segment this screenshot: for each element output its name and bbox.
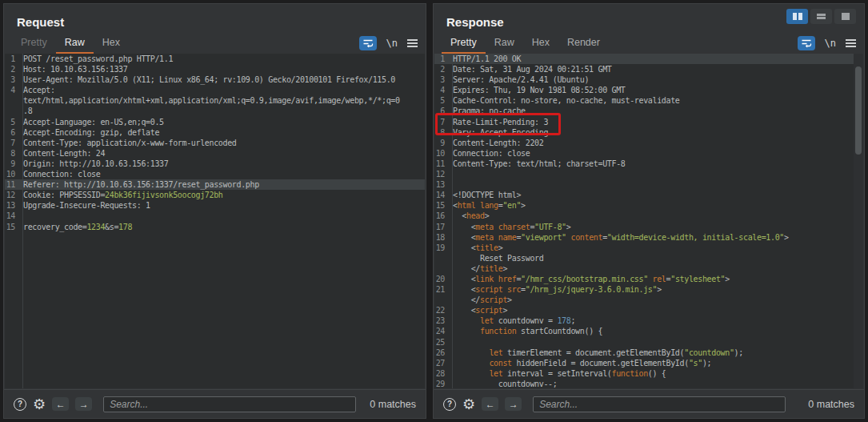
line-content: <script src="/hrm_js/jquery-3.6.0.min.js… — [448, 284, 662, 295]
line-number: 2 — [434, 64, 448, 74]
code-line[interactable]: 26 let timerElement = document.getElemen… — [434, 348, 863, 358]
code-line[interactable]: 6Accept-Encoding: gzip, deflate — [5, 127, 425, 138]
code-line[interactable]: 29 countdownv--; — [434, 379, 863, 388]
line-content: Server: Apache/2.4.41 (Ubuntu) — [448, 74, 589, 85]
tab-hex[interactable]: Hex — [94, 34, 129, 54]
request-search-input[interactable] — [103, 396, 356, 412]
word-wrap-toggle-icon[interactable] — [359, 36, 377, 50]
line-number: 3 — [5, 74, 18, 85]
line-content: Expires: Thu, 19 Nov 1981 08:52:00 GMT — [448, 85, 625, 95]
code-line[interactable]: 22 <script> — [434, 305, 863, 315]
single-layout-button[interactable] — [834, 9, 856, 24]
vertical-scrollbar[interactable] — [854, 54, 863, 388]
line-number — [5, 106, 18, 116]
scrollbar-thumb[interactable] — [855, 66, 862, 155]
word-wrap-toggle-icon[interactable] — [798, 36, 815, 50]
code-line[interactable]: 1HTTP/1.1 200 OK — [434, 54, 863, 64]
response-match-count: 0 matches — [808, 399, 854, 410]
code-line[interactable]: 16 <head> — [434, 211, 863, 221]
newline-toggle[interactable]: \n — [825, 38, 836, 49]
editor-menu-icon[interactable] — [407, 39, 418, 47]
search-settings-gear-icon[interactable]: ⚙ — [33, 397, 46, 412]
newline-toggle[interactable]: \n — [386, 38, 398, 49]
code-line[interactable]: 4Expires: Thu, 19 Nov 1981 08:52:00 GMT — [434, 85, 863, 95]
code-line[interactable]: 15<html lang="en"> — [434, 200, 863, 211]
code-line[interactable]: 12Cookie: PHPSESSID=24bk36fijivsonk5ooco… — [5, 190, 425, 200]
code-line[interactable]: 28 let interval = setInterval(function()… — [434, 368, 863, 379]
code-line[interactable]: 9Content-Length: 2202 — [434, 138, 863, 148]
help-icon[interactable]: ? — [443, 398, 456, 411]
code-line[interactable]: 12 — [434, 169, 863, 179]
code-line[interactable]: 27 const hiddenField = document.getEleme… — [434, 358, 863, 368]
request-editor-toolbar: \n — [359, 34, 418, 52]
code-line[interactable]: </script> — [434, 295, 863, 305]
code-line[interactable]: 11Content-Type: text/html; charset=UTF-8 — [434, 159, 863, 169]
code-line[interactable]: 13Upgrade-Insecure-Requests: 1 — [5, 200, 425, 211]
tab-raw[interactable]: Raw — [486, 34, 523, 54]
code-line[interactable]: 6Pragma: no-cache — [434, 106, 863, 116]
help-icon[interactable]: ? — [14, 398, 26, 411]
tab-pretty[interactable]: Pretty — [442, 34, 486, 54]
line-number: 8 — [5, 148, 18, 159]
code-line[interactable]: 2Host: 10.10.63.156:1337 — [5, 64, 425, 74]
code-line[interactable]: 4Accept: — [5, 85, 425, 95]
line-content: Pragma: no-cache — [448, 106, 526, 116]
line-content: Cookie: PHPSESSID=24bk36fijivsonk5oocogj… — [18, 190, 223, 200]
previous-match-button[interactable]: ← — [482, 397, 498, 411]
code-line[interactable]: 5Cache-Control: no-store, no-cache, must… — [434, 95, 863, 106]
previous-match-button[interactable]: ← — [52, 397, 69, 411]
line-number: 21 — [434, 284, 448, 295]
code-line[interactable]: 20 <link href="/hmr_css/bootstrap.min.cs… — [434, 274, 863, 284]
code-line[interactable]: 14<!DOCTYPE html> — [434, 190, 863, 200]
line-content: User-Agent: Mozilla/5.0 (X11; Linux x86_… — [18, 74, 395, 85]
line-content: Connection: close — [18, 169, 100, 179]
code-line[interactable]: 15recovery_code=1234&s=178 — [5, 222, 425, 232]
request-editor[interactable]: 1POST /reset_password.php HTTP/1.12Host:… — [5, 54, 425, 388]
code-line[interactable]: Reset Password — [434, 253, 863, 263]
code-line[interactable]: 23 let countdownv = 178; — [434, 315, 863, 326]
tab-pretty[interactable]: Pretty — [12, 34, 56, 54]
response-editor[interactable]: 1HTTP/1.1 200 OK2Date: Sat, 31 Aug 2024 … — [434, 54, 863, 388]
code-line[interactable]: 17 <meta charset="UTF-8"> — [434, 222, 863, 232]
response-search-input[interactable] — [533, 396, 786, 412]
code-line[interactable]: 24 function startCountdown() { — [434, 326, 863, 336]
code-line[interactable]: 7Content-Type: application/x-www-form-ur… — [5, 138, 425, 148]
code-line[interactable]: 13 — [434, 179, 863, 190]
code-line[interactable]: 25 — [434, 337, 863, 348]
code-line[interactable]: 8Vary: Accept-Encoding — [434, 127, 863, 138]
code-line[interactable]: 14 — [5, 211, 425, 221]
code-line[interactable]: 21 <script src="/hrm_js/jquery-3.6.0.min… — [434, 284, 863, 295]
stacked-layout-button[interactable] — [810, 9, 832, 24]
code-line[interactable]: 7Rate-Limit-Pending: 3 — [434, 117, 863, 127]
code-line[interactable]: 19 <title> — [434, 243, 863, 253]
code-line[interactable]: .8 — [5, 106, 425, 116]
code-line[interactable]: 9Origin: http://10.10.63.156:1337 — [5, 159, 425, 169]
editor-menu-icon[interactable] — [846, 39, 856, 47]
code-line[interactable]: 10Connection: close — [434, 148, 863, 159]
code-line[interactable]: 10Connection: close — [5, 169, 425, 179]
code-line[interactable]: 11Referer: http://10.10.63.156:1337/rese… — [5, 179, 425, 190]
code-line[interactable]: 3User-Agent: Mozilla/5.0 (X11; Linux x86… — [5, 74, 425, 85]
next-match-button[interactable]: → — [75, 397, 92, 411]
line-number: 22 — [434, 305, 448, 315]
code-line[interactable]: 2Date: Sat, 31 Aug 2024 00:21:51 GMT — [434, 64, 863, 74]
line-content: Accept-Encoding: gzip, deflate — [18, 127, 159, 138]
code-line[interactable]: 8Content-Length: 24 — [5, 148, 425, 159]
line-number — [434, 295, 448, 305]
side-by-side-layout-button[interactable] — [786, 9, 808, 24]
code-line[interactable]: </title> — [434, 263, 863, 274]
line-number: 13 — [5, 200, 18, 211]
tab-render[interactable]: Render — [558, 34, 609, 54]
code-line[interactable]: 18 <meta name="viewport" content="width=… — [434, 232, 863, 243]
line-number: 13 — [434, 179, 448, 190]
response-search-bar: ? ⚙ ← → 0 matches — [434, 389, 864, 418]
code-line[interactable]: 1POST /reset_password.php HTTP/1.1 — [5, 54, 425, 64]
line-content: let timerElement = document.getElementBy… — [448, 348, 743, 358]
search-settings-gear-icon[interactable]: ⚙ — [462, 397, 475, 412]
code-line[interactable]: 5Accept-Language: en-US,en;q=0.5 — [5, 117, 425, 127]
code-line[interactable]: text/html,application/xhtml+xml,applicat… — [5, 95, 425, 106]
tab-hex[interactable]: Hex — [523, 34, 558, 54]
next-match-button[interactable]: → — [505, 397, 522, 411]
tab-raw[interactable]: Raw — [56, 34, 94, 54]
code-line[interactable]: 3Server: Apache/2.4.41 (Ubuntu) — [434, 74, 863, 85]
